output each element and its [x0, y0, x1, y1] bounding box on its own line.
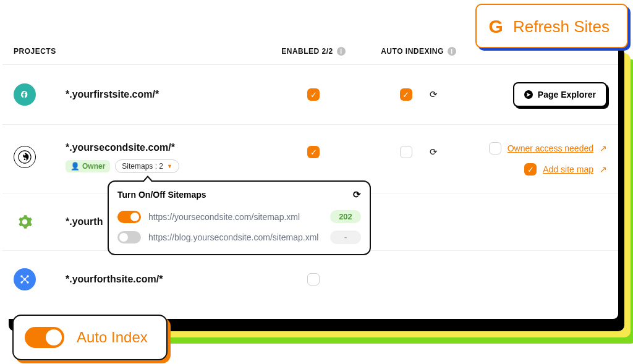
sitemap-row: https://yoursecondsite.com/sitemap.xml 2… — [117, 206, 361, 227]
auto-index-card: Auto Index — [12, 315, 168, 360]
site-avatar-icon — [14, 83, 36, 106]
header-auto-label: Auto Indexing — [381, 47, 444, 56]
popover-title: Turn On/Off Sitemaps — [117, 190, 206, 200]
page-explorer-label: Page Explorer — [538, 90, 596, 99]
sitemaps-popover: Turn On/Off Sitemaps ⟳ https://yoursecon… — [108, 180, 371, 255]
owner-access-checkbox[interactable] — [489, 142, 501, 154]
refresh-icon[interactable]: ⟳ — [430, 146, 438, 158]
sitemap-count: 202 — [330, 210, 361, 223]
site-avatar-icon — [14, 146, 36, 168]
auto-index-toggle[interactable] — [25, 327, 64, 348]
auto-index-label: Auto Index — [77, 329, 148, 346]
svg-point-2 — [24, 154, 26, 156]
sitemap-count: - — [330, 231, 361, 244]
header-auto-indexing: Auto Indexing i — [366, 47, 471, 56]
sitemap-row: https://blog.yoursecondsite.com/sitemap.… — [117, 227, 361, 248]
sitemaps-label: Sitemaps : 2 — [122, 162, 163, 171]
owner-badge: 👤 Owner — [66, 160, 110, 172]
site-name: *.yourfirstsite.com/* — [66, 89, 261, 100]
refresh-icon[interactable]: ⟳ — [353, 189, 361, 200]
sitemap-toggle[interactable] — [117, 211, 141, 223]
site-name: *.yourforthsite.com/* — [66, 274, 261, 285]
compass-icon: ➤ — [524, 90, 533, 99]
site-avatar-icon — [14, 268, 36, 290]
sitemap-toggle[interactable] — [117, 231, 141, 243]
header-enabled: Enabled 2/2 i — [261, 47, 366, 56]
enabled-checkbox[interactable]: ✓ — [307, 146, 320, 158]
google-g-icon: G — [489, 16, 503, 37]
external-link-icon[interactable]: ↗ — [600, 164, 607, 174]
enabled-checkbox[interactable] — [307, 273, 320, 286]
owner-access-link[interactable]: Owner access needed — [508, 143, 593, 153]
refresh-sites-button[interactable]: G Refresh Sites — [475, 4, 628, 48]
chevron-down-icon: ▼ — [167, 163, 172, 169]
auto-index-checkbox[interactable] — [400, 146, 412, 158]
project-row: *.yourforthsite.com/* — [2, 251, 618, 308]
user-icon: 👤 — [70, 162, 80, 171]
refresh-sites-card: G Refresh Sites — [475, 4, 628, 48]
external-link-icon[interactable]: ↗ — [600, 143, 607, 153]
site-avatar-icon — [14, 211, 36, 233]
header-projects: Projects — [14, 47, 261, 56]
projects-panel: Projects Enabled 2/2 i Auto Indexing i *… — [2, 35, 618, 319]
owner-badge-label: Owner — [82, 162, 105, 171]
add-sitemap-checkbox[interactable]: ✓ — [524, 163, 537, 176]
refresh-icon[interactable]: ⟳ — [430, 89, 438, 100]
project-row: *.yourfirstsite.com/* ✓ ✓ ⟳ ➤ Page Explo… — [2, 65, 618, 125]
sitemaps-dropdown[interactable]: Sitemaps : 2 ▼ — [115, 159, 179, 173]
site-name: *.yoursecondsite.com/* — [66, 142, 261, 153]
enabled-checkbox[interactable]: ✓ — [307, 88, 320, 101]
info-icon[interactable]: i — [337, 47, 346, 56]
refresh-sites-label: Refresh Sites — [513, 17, 610, 36]
info-icon[interactable]: i — [448, 47, 456, 56]
add-sitemap-link[interactable]: Add site map — [543, 164, 593, 174]
header-enabled-label: Enabled 2/2 — [281, 47, 333, 56]
sitemap-url: https://yoursecondsite.com/sitemap.xml — [148, 212, 323, 222]
page-explorer-button[interactable]: ➤ Page Explorer — [513, 82, 607, 107]
auto-index-button[interactable]: Auto Index — [12, 315, 168, 360]
sitemap-url: https://blog.yoursecondsite.com/sitemap.… — [148, 232, 323, 242]
auto-index-checkbox[interactable]: ✓ — [400, 88, 412, 101]
svg-point-3 — [24, 158, 26, 160]
